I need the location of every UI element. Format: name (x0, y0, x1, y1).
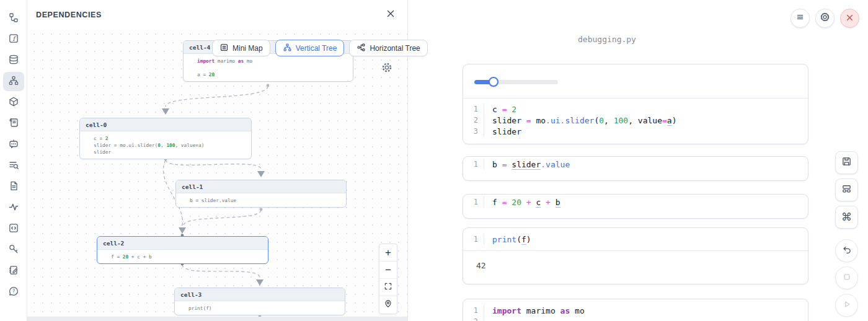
horizontal-tree-button[interactable]: Horizontal Tree (349, 40, 427, 56)
graph-node-cell-0[interactable]: cell-0 c = 2slider = mo.ui.slider(0, 100… (79, 118, 252, 159)
minimap-icon (219, 43, 229, 54)
fit-view-icon (384, 281, 392, 294)
node-title: cell-1 (176, 180, 346, 193)
tracebacks-icon (8, 201, 19, 215)
shortcuts-button[interactable]: ⌘ (835, 206, 858, 229)
secrets-icon (8, 244, 19, 257)
command-icon: ⌘ (841, 211, 852, 224)
cell-f[interactable]: 1f = 20 + c + b (463, 194, 808, 219)
sidebar-item-help[interactable]: ? (3, 283, 24, 302)
layout-button[interactable] (835, 178, 858, 201)
pin-icon (384, 299, 392, 311)
stop-icon (842, 272, 852, 284)
sidebar-item-dependencies[interactable] (3, 72, 24, 91)
cell-print[interactable]: 1print(f) 42 (463, 227, 808, 284)
code-editor[interactable]: 1print(f) (463, 228, 808, 250)
variables-icon: f (8, 33, 19, 46)
scratchpad-icon (8, 265, 19, 278)
vertical-tree-icon (283, 43, 292, 54)
node-code: b = slider.value (176, 193, 346, 207)
gear-icon (381, 64, 392, 75)
node-code: import marimo as moa = 20 (184, 54, 353, 81)
sidebar-item-snippets[interactable] (3, 219, 24, 239)
panel-bottom-scrollbar[interactable] (27, 317, 407, 321)
cell-slider[interactable]: 1c = 22slider = mo.ui.slider(0, 100, val… (463, 64, 808, 144)
sidebar-item-packages[interactable] (3, 93, 24, 112)
outline-icon (8, 12, 19, 25)
code-editor[interactable]: 1import marimo as mo2 (463, 299, 808, 321)
dependency-graph-canvas[interactable]: cell-4 import marimo as moa = 20 cell-0 … (27, 0, 407, 321)
dependencies-panel: cell-4 import marimo as moa = 20 cell-0 … (27, 0, 407, 321)
horizontal-tree-icon (356, 43, 366, 54)
svg-text:f: f (12, 35, 17, 42)
node-code: c = 2slider = mo.ui.slider(0, 100, value… (80, 131, 251, 159)
documentation-icon (8, 180, 19, 194)
dependencies-panel-header: DEPENDENCIES (27, 0, 407, 30)
panel-sidebar: f ? (0, 0, 27, 321)
arrowhead (162, 108, 169, 115)
code-editor[interactable]: 1f = 20 + c + b (463, 195, 808, 209)
sidebar-item-tracebacks[interactable] (3, 198, 24, 218)
panel-title: DEPENDENCIES (36, 11, 102, 19)
svg-text:?: ? (12, 288, 14, 294)
sidebar-item-secrets[interactable] (3, 240, 24, 260)
graph-node-cell-2[interactable]: cell-2 f = 20 + c + b (97, 236, 268, 264)
ai-chat-icon (8, 138, 19, 152)
save-icon (841, 156, 852, 170)
logs-icon (8, 117, 19, 131)
slider-widget[interactable] (474, 77, 558, 87)
run-button[interactable] (835, 294, 858, 317)
pin-button[interactable] (379, 296, 397, 314)
save-button[interactable] (835, 151, 858, 174)
view-button-label: Horizontal Tree (370, 44, 420, 53)
sidebar-item-documentation[interactable] (3, 177, 24, 196)
sidebar-item-outline[interactable] (3, 9, 24, 28)
snippets-icon (8, 222, 19, 236)
mini-map-button[interactable]: Mini Map (212, 40, 270, 56)
zoom-in-button[interactable]: + (379, 244, 397, 262)
edge-cell4-cell0 (166, 86, 268, 107)
sidebar-item-variables[interactable]: f (3, 30, 24, 49)
shutdown-button[interactable] (840, 9, 859, 28)
sidebar-item-datasources[interactable] (3, 51, 24, 70)
sidebar-item-scratchpad[interactable] (3, 262, 24, 281)
search-icon (8, 159, 19, 173)
run-icon (842, 299, 852, 312)
graph-zoom-controls: + − (379, 244, 397, 314)
zoom-out-button[interactable]: − (379, 262, 397, 279)
undo-icon (842, 245, 852, 257)
graph-node-cell-3[interactable]: cell-3 print(f) (174, 288, 345, 315)
notebook-filename: debugging.py (408, 35, 806, 44)
menu-button[interactable] (790, 9, 810, 28)
graph-settings-button[interactable] (381, 62, 392, 76)
notebook-cells: 1c = 22slider = mo.ui.slider(0, 100, val… (463, 64, 808, 321)
slider-track[interactable] (474, 80, 558, 84)
edge-cell1-cell2 (184, 210, 261, 226)
menu-icon (795, 12, 805, 24)
graph-node-cell-1[interactable]: cell-1 b = slider.value (175, 180, 347, 208)
help-icon: ? (8, 286, 19, 299)
slider-thumb[interactable] (489, 77, 498, 87)
sidebar-item-logs[interactable] (3, 114, 24, 133)
arrowhead (179, 227, 186, 234)
node-title: cell-2 (97, 237, 268, 250)
cell-output-text: 42 (463, 251, 808, 283)
close-panel-button[interactable] (384, 8, 397, 22)
settings-button[interactable] (815, 9, 835, 28)
arrowhead (257, 171, 265, 177)
sidebar-item-ai-chat[interactable] (3, 135, 24, 154)
vertical-tree-button[interactable]: Vertical Tree (275, 40, 345, 56)
fit-view-button[interactable] (379, 279, 397, 296)
stop-button[interactable] (835, 266, 858, 289)
node-handle (260, 208, 263, 211)
notebook-top-actions (790, 9, 859, 28)
undo-button[interactable] (835, 239, 858, 262)
sidebar-item-search[interactable] (3, 156, 24, 175)
cell-import[interactable]: 1import marimo as mo2 (463, 299, 808, 321)
edge-cell0-cell1 (166, 160, 261, 169)
code-editor[interactable]: 1c = 22slider = mo.ui.slider(0, 100, val… (463, 99, 808, 143)
dependencies-icon (8, 75, 19, 89)
code-editor[interactable]: 1b = slider.value (463, 157, 808, 172)
cell-b[interactable]: 1b = slider.value (463, 156, 808, 181)
notebook-area: debugging.py 1c = 22slider = mo.ui.slide… (407, 0, 868, 321)
